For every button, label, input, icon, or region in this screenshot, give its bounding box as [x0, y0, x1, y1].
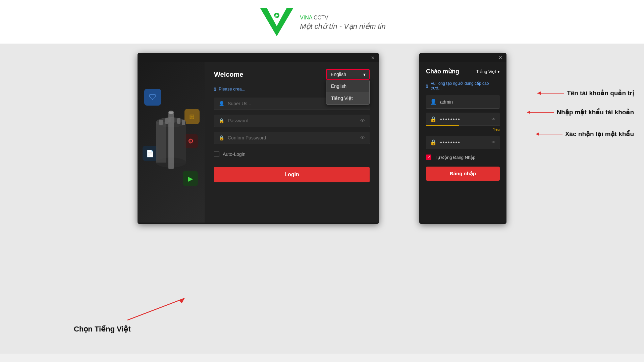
logo-text-block: VINA CCTV Một chữ tín - Vạn niềm tin	[300, 15, 386, 31]
arrow-line-2	[527, 112, 554, 113]
panels-row: — ✕ 🛡 ⊞ 📄 ⚙ ▶	[0, 44, 644, 224]
svg-point-10	[168, 111, 174, 114]
logo-svg: N	[258, 6, 295, 40]
right-close-btn[interactable]: ✕	[498, 55, 502, 60]
right-lock2-icon: 🔒	[430, 139, 437, 145]
lang-viet-label: Tiếng Việt	[476, 69, 496, 74]
strength-bar-container	[426, 125, 500, 126]
center-gear-svg	[151, 109, 191, 176]
strength-bar	[426, 125, 459, 126]
login-header: Welcome English English Tiếng Việt	[214, 69, 370, 80]
info-icon: ℹ	[214, 86, 216, 92]
xac-nhan-label: Xác nhận lại mật khẩu	[565, 130, 634, 138]
right-username-value: admin	[440, 99, 496, 105]
dang-nhap-button[interactable]: Đăng nhập	[426, 167, 500, 181]
right-eye2-icon[interactable]: 👁	[491, 140, 496, 145]
right-section: — ✕ Chào mừng Tiếng Việt ▾ ℹ Vui lòng tạ…	[419, 53, 506, 224]
password-field[interactable]: 🔒 Password 👁	[214, 115, 370, 127]
confirm-text: Confirm Password	[228, 135, 266, 140]
chon-tieng-viet-section: Chọn Tiếng Việt	[74, 325, 131, 334]
svg-rect-8	[156, 122, 166, 163]
password-text: Password	[228, 118, 248, 123]
auto-login-label: Auto-Login	[223, 152, 246, 157]
eye2-icon[interactable]: 👁	[360, 135, 365, 140]
annotation-nhap-mat-khau: Nhập mật khẩu tài khoản	[527, 108, 634, 116]
welcome-text: Welcome	[214, 71, 243, 78]
eye-icon[interactable]: 👁	[360, 118, 365, 123]
right-window-inner: Chào mừng Tiếng Việt ▾ ℹ Vui lòng tạo ng…	[419, 62, 506, 223]
login-button[interactable]: Login	[214, 167, 370, 182]
arrowhead-3	[536, 132, 539, 136]
gear-illustration: 🛡 ⊞ 📄 ⚙ ▶	[141, 79, 201, 206]
lang-selected-label: English	[331, 72, 346, 77]
svg-rect-11	[159, 120, 163, 125]
confirm-password-field[interactable]: 🔒 Confirm Password 👁	[214, 132, 370, 144]
left-window-inner: 🛡 ⊞ 📄 ⚙ ▶	[138, 62, 379, 223]
right-app-window: — ✕ Chào mừng Tiếng Việt ▾ ℹ Vui lòng tạ…	[419, 53, 506, 224]
auto-login-viet-label: Tự Động Đăng Nhập	[435, 155, 476, 160]
annotation-ten-tai-khoan: Tên tài khoản quản trị	[537, 89, 634, 97]
username-text: Super Us...	[228, 101, 251, 106]
lang-option-english[interactable]: English	[326, 80, 369, 92]
auto-login-row: Auto-Login	[214, 152, 370, 157]
arrow-line-1	[537, 93, 564, 94]
auto-login-checkbox[interactable]	[214, 152, 219, 157]
right-password-field[interactable]: 🔒 •••••••• 👁	[426, 113, 500, 126]
right-titlebar: — ✕	[419, 53, 506, 62]
left-close-btn[interactable]: ✕	[371, 55, 375, 60]
right-username-field[interactable]: 👤 admin	[426, 95, 500, 109]
right-password-dots: ••••••••	[440, 116, 461, 122]
right-info-text: Vui lòng tạo người dùng cấp cao trướ...	[431, 81, 500, 90]
login-panel: Welcome English English Tiếng Việt	[205, 62, 379, 223]
user-icon: 👤	[219, 101, 224, 106]
auto-login-viet-row: ✓ Tự Động Đăng Nhập	[426, 155, 500, 160]
arrowhead-2	[527, 111, 530, 114]
header: N VINA CCTV Một chữ tín - Vạn niềm tin	[0, 0, 644, 44]
right-info-row: ℹ Vui lòng tạo người dùng cấp cao trướ..…	[426, 81, 500, 90]
left-app-window: — ✕ 🛡 ⊞ 📄 ⚙ ▶	[138, 53, 379, 224]
strength-label: Yếu	[426, 127, 500, 132]
right-info-icon: ℹ	[426, 83, 428, 89]
lock-icon: 🔒	[219, 118, 224, 123]
auto-login-viet-checkbox[interactable]: ✓	[426, 155, 431, 160]
svg-rect-12	[165, 118, 168, 124]
annotation-xac-nhan: Xác nhận lại mật khẩu	[536, 130, 634, 138]
logo-vina: VINA	[300, 15, 312, 20]
svg-rect-15	[182, 120, 185, 125]
arrow-line-3	[536, 134, 562, 134]
lang-option-viet[interactable]: Tiếng Việt	[326, 92, 369, 104]
logo-container: N VINA CCTV Một chữ tín - Vạn niềm tin	[258, 6, 386, 40]
chao-mung-text: Chào mừng	[426, 68, 459, 75]
svg-line-16	[127, 298, 184, 320]
diagonal-arrow-svg	[124, 297, 191, 323]
lock2-icon: 🔒	[219, 135, 224, 140]
lang-viet-btn[interactable]: Tiếng Việt ▾	[476, 69, 500, 74]
info-text: Please crea...	[219, 86, 246, 92]
content-wrapper: — ✕ 🛡 ⊞ 📄 ⚙ ▶	[0, 44, 644, 354]
right-eye-icon[interactable]: 👁	[491, 117, 496, 122]
left-sidebar: 🛡 ⊞ 📄 ⚙ ▶	[138, 62, 205, 223]
right-confirm-field[interactable]: 🔒 •••••••• 👁	[426, 136, 500, 149]
shield-icon: 🛡	[144, 89, 161, 106]
lang-dropdown-menu[interactable]: English Tiếng Việt	[326, 80, 370, 105]
arrowhead-1	[537, 92, 541, 95]
lang-select-btn[interactable]: English	[326, 69, 370, 80]
left-titlebar: — ✕	[138, 53, 379, 62]
right-user-icon: 👤	[430, 99, 437, 105]
ten-tai-khoan-label: Tên tài khoản quản trị	[567, 89, 634, 97]
left-minimize-btn[interactable]: —	[362, 55, 366, 60]
right-lock-icon: 🔒	[430, 116, 437, 122]
right-header: Chào mừng Tiếng Việt ▾	[426, 68, 500, 75]
chon-tieng-viet-label: Chọn Tiếng Việt	[74, 325, 131, 333]
chevron-down-icon: ▾	[497, 69, 500, 74]
svg-text:N: N	[272, 14, 277, 21]
password-section: 🔒 •••••••• 👁 Yếu	[426, 113, 500, 132]
lang-dropdown[interactable]: English English Tiếng Việt	[326, 69, 370, 80]
logo-title: VINA CCTV	[300, 15, 328, 21]
logo-subtitle: Một chữ tín - Vạn niềm tin	[300, 22, 386, 31]
logo-cctv: CCTV	[312, 15, 328, 20]
nhap-mat-khau-label: Nhập mật khẩu tài khoản	[556, 108, 634, 116]
right-confirm-dots: ••••••••	[440, 139, 461, 145]
right-minimize-btn[interactable]: —	[489, 55, 494, 60]
svg-rect-13	[171, 118, 174, 123]
